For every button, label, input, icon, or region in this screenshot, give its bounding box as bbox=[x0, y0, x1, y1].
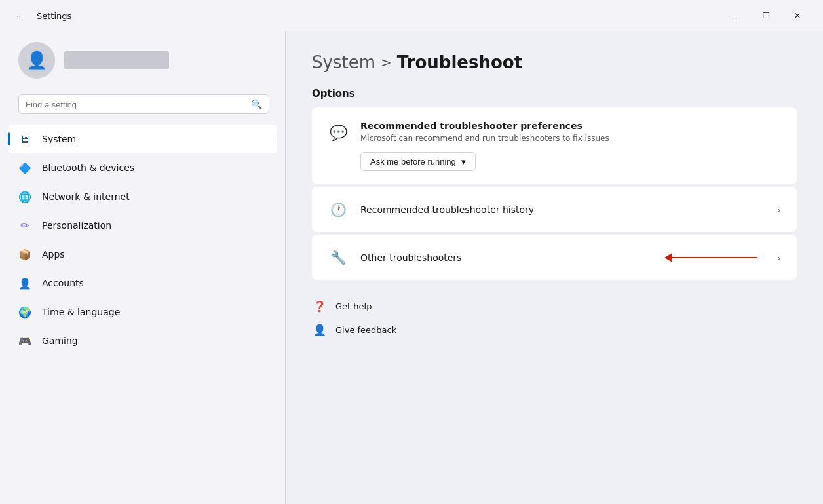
arrow-line bbox=[672, 257, 757, 258]
gaming-icon: 🎮 bbox=[17, 333, 33, 349]
get-help-icon: ❓ bbox=[312, 298, 328, 314]
search-box[interactable]: 🔍 bbox=[18, 94, 269, 114]
pref-title: Recommended troubleshooter preferences bbox=[360, 121, 609, 131]
titlebar-left: ← Settings bbox=[10, 7, 71, 25]
sidebar-item-personalization[interactable]: ✏️ Personalization bbox=[8, 211, 277, 240]
history-nav-card[interactable]: 🕐 Recommended troubleshooter history › bbox=[312, 187, 797, 232]
close-button[interactable]: ✕ bbox=[782, 5, 813, 26]
sidebar-item-network[interactable]: 🌐 Network & internet bbox=[8, 182, 277, 211]
sidebar: 👤 🔍 🖥 System 🔷 Bluetooth & devices 🌐 bbox=[0, 31, 285, 504]
sidebar-item-time[interactable]: 🌍 Time & language bbox=[8, 298, 277, 326]
user-icon: 👤 bbox=[26, 50, 47, 70]
other-icon: 🔧 bbox=[328, 247, 349, 268]
accounts-icon: 👤 bbox=[17, 275, 33, 291]
bluetooth-icon: 🔷 bbox=[17, 160, 33, 176]
apps-icon: 📦 bbox=[17, 246, 33, 262]
sidebar-item-label: Apps bbox=[42, 249, 65, 260]
sidebar-item-label: Accounts bbox=[42, 278, 84, 288]
main-layout: 👤 🔍 🖥 System 🔷 Bluetooth & devices 🌐 bbox=[0, 31, 823, 504]
username-placeholder bbox=[64, 51, 169, 69]
dropdown-label: Ask me before running bbox=[370, 157, 456, 166]
section-title: Options bbox=[312, 88, 797, 100]
breadcrumb-parent[interactable]: System bbox=[312, 52, 375, 72]
sidebar-item-system[interactable]: 🖥 System bbox=[8, 125, 277, 153]
sidebar-item-label: System bbox=[42, 134, 76, 144]
give-feedback-label: Give feedback bbox=[335, 325, 396, 335]
history-icon: 🕐 bbox=[328, 199, 349, 220]
system-icon: 🖥 bbox=[17, 131, 33, 147]
personalization-icon: ✏️ bbox=[17, 218, 33, 233]
other-nav-card[interactable]: 🔧 Other troubleshooters › bbox=[312, 235, 797, 280]
time-icon: 🌍 bbox=[17, 304, 33, 320]
other-troubleshooters-card[interactable]: 🔧 Other troubleshooters › bbox=[312, 235, 797, 280]
pref-icon: 💬 bbox=[328, 122, 349, 143]
sidebar-item-gaming[interactable]: 🎮 Gaming bbox=[8, 326, 277, 355]
troubleshooter-dropdown[interactable]: Ask me before running ▾ bbox=[360, 152, 476, 171]
user-section: 👤 bbox=[0, 31, 285, 89]
sidebar-item-label: Bluetooth & devices bbox=[42, 163, 134, 173]
sidebar-item-apps[interactable]: 📦 Apps bbox=[8, 240, 277, 269]
history-card[interactable]: 🕐 Recommended troubleshooter history › bbox=[312, 187, 797, 232]
window-controls: — ❐ ✕ bbox=[719, 5, 813, 26]
arrow-head bbox=[664, 253, 672, 262]
preferences-card: 💬 Recommended troubleshooter preferences… bbox=[312, 107, 797, 184]
get-help-label: Get help bbox=[335, 301, 372, 311]
give-feedback-link[interactable]: 👤 Give feedback bbox=[312, 322, 797, 338]
give-feedback-icon: 👤 bbox=[312, 322, 328, 338]
sidebar-item-label: Personalization bbox=[42, 220, 111, 231]
pref-text: Recommended troubleshooter preferences M… bbox=[360, 121, 609, 171]
avatar: 👤 bbox=[18, 42, 55, 79]
get-help-link[interactable]: ❓ Get help bbox=[312, 298, 797, 314]
minimize-button[interactable]: — bbox=[719, 5, 750, 26]
pref-description: Microsoft can recommend and run troubles… bbox=[360, 134, 609, 143]
sidebar-item-label: Gaming bbox=[42, 336, 78, 346]
sidebar-item-label: Network & internet bbox=[42, 191, 130, 202]
content-area: System > Troubleshoot Options 💬 Recommen… bbox=[286, 31, 823, 504]
titlebar: ← Settings — ❐ ✕ bbox=[0, 0, 823, 31]
sidebar-item-accounts[interactable]: 👤 Accounts bbox=[8, 269, 277, 298]
search-section: 🔍 bbox=[0, 89, 285, 122]
bottom-links: ❓ Get help 👤 Give feedback bbox=[312, 298, 797, 338]
back-button[interactable]: ← bbox=[10, 7, 29, 25]
breadcrumb: System > Troubleshoot bbox=[312, 52, 797, 72]
nav-list: 🖥 System 🔷 Bluetooth & devices 🌐 Network… bbox=[0, 122, 285, 504]
pref-card-content: 💬 Recommended troubleshooter preferences… bbox=[328, 121, 781, 171]
network-icon: 🌐 bbox=[17, 189, 33, 204]
sidebar-item-label: Time & language bbox=[42, 307, 120, 317]
other-arrow-icon: › bbox=[777, 252, 781, 264]
breadcrumb-separator: > bbox=[381, 54, 392, 70]
arrow-annotation bbox=[665, 253, 757, 262]
search-icon: 🔍 bbox=[251, 99, 262, 109]
breadcrumb-current: Troubleshoot bbox=[397, 52, 522, 72]
search-input[interactable] bbox=[26, 100, 246, 109]
dropdown-arrow-icon: ▾ bbox=[461, 157, 466, 166]
app-title: Settings bbox=[37, 11, 71, 21]
sidebar-item-bluetooth[interactable]: 🔷 Bluetooth & devices bbox=[8, 153, 277, 182]
pref-card-inner: 💬 Recommended troubleshooter preferences… bbox=[312, 107, 797, 184]
history-arrow-icon: › bbox=[777, 204, 781, 216]
history-label: Recommended troubleshooter history bbox=[360, 204, 765, 215]
maximize-button[interactable]: ❐ bbox=[751, 5, 781, 26]
